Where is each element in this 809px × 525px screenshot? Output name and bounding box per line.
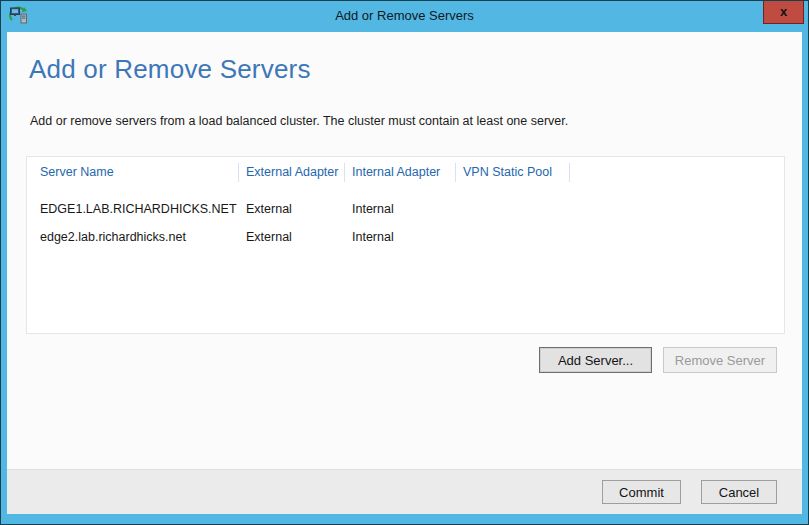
column-header-server-name[interactable]: Server Name [27,157,239,187]
cell-internal-adapter: Internal [345,230,456,244]
column-header-external-adapter[interactable]: External Adapter [239,157,345,187]
dialog-body: Add or Remove Servers Add or remove serv… [7,32,802,514]
cell-external-adapter: External [239,202,345,216]
footer: Commit Cancel [7,469,802,514]
cell-server-name: edge2.lab.richardhicks.net [27,230,239,244]
column-header-vpn-static-pool[interactable]: VPN Static Pool [456,157,570,187]
add-server-button[interactable]: Add Server... [539,347,652,373]
cancel-button[interactable]: Cancel [701,480,777,504]
server-list: Server Name External Adapter Internal Ad… [26,156,785,334]
page-title: Add or Remove Servers [29,54,311,85]
close-icon: x [780,2,787,22]
dialog-window: Add or Remove Servers x Add or Remove Se… [0,0,809,525]
server-list-header: Server Name External Adapter Internal Ad… [27,157,784,187]
table-row[interactable]: edge2.lab.richardhicks.net External Inte… [27,223,784,251]
page-description: Add or remove servers from a load balanc… [30,114,568,128]
remove-server-button[interactable]: Remove Server [663,347,777,373]
close-button[interactable]: x [763,1,804,24]
commit-button[interactable]: Commit [602,480,681,504]
table-row[interactable]: EDGE1.LAB.RICHARDHICKS.NET External Inte… [27,195,784,223]
cell-external-adapter: External [239,230,345,244]
server-list-rows: EDGE1.LAB.RICHARDHICKS.NET External Inte… [27,187,784,251]
cell-internal-adapter: Internal [345,202,456,216]
column-header-internal-adapter[interactable]: Internal Adapter [345,157,456,187]
window-title: Add or Remove Servers [1,1,808,31]
titlebar: Add or Remove Servers x [1,1,808,32]
cell-server-name: EDGE1.LAB.RICHARDHICKS.NET [27,202,239,216]
